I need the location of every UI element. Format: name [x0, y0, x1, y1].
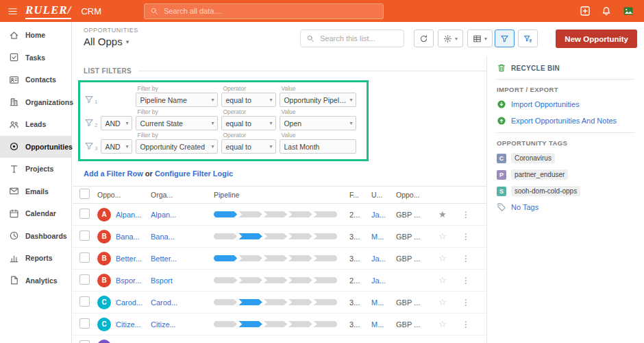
- columns-button[interactable]: ▾: [467, 29, 493, 47]
- organization-link[interactable]: Bsport: [151, 276, 173, 285]
- organization-link[interactable]: Citize...: [151, 320, 176, 329]
- filter-logic-select[interactable]: AND▾: [101, 116, 132, 130]
- row-menu-icon[interactable]: ⋮: [462, 276, 470, 285]
- view-selector[interactable]: All Opps ▾: [84, 36, 129, 47]
- column-header-value[interactable]: Oppo...: [396, 191, 438, 199]
- sidebar-item-dashboards[interactable]: Dashboards: [0, 225, 71, 248]
- sidebar-item-projects[interactable]: Projects: [0, 158, 71, 180]
- opportunity-link[interactable]: Better...: [116, 255, 142, 263]
- sidebar-item-tasks[interactable]: Tasks: [0, 47, 71, 69]
- row-checkbox[interactable]: [79, 252, 90, 263]
- sidebar-item-leads[interactable]: Leads: [0, 113, 71, 136]
- sidebar-item-calendar[interactable]: Calendar: [0, 202, 71, 225]
- filter-value-select[interactable]: Open▾: [280, 116, 356, 130]
- configure-filter-logic-link[interactable]: Configure Filter Logic: [155, 169, 233, 178]
- notifications-bell-icon[interactable]: [601, 5, 612, 16]
- row-checkbox[interactable]: [79, 296, 90, 307]
- user-link[interactable]: Ja...: [371, 255, 386, 263]
- opportunity-tag[interactable]: CCoronavirus: [497, 153, 634, 163]
- opportunity-link[interactable]: Carod...: [116, 298, 143, 307]
- filter-operator-select[interactable]: equal to▾: [221, 139, 276, 154]
- opportunity-tag[interactable]: Ppartner_enduser: [497, 169, 634, 180]
- row-menu-icon[interactable]: ⋮: [462, 320, 470, 329]
- sidebar-item-analytics[interactable]: Analytics: [0, 270, 71, 292]
- sidebar-item-home[interactable]: Home: [0, 24, 71, 47]
- saved-filters-button[interactable]: [518, 29, 538, 47]
- opportunity-link[interactable]: Alpan...: [116, 211, 141, 219]
- favorite-star-icon[interactable]: ☆: [438, 297, 447, 307]
- favorite-star-icon[interactable]: ☆: [438, 231, 447, 241]
- table-row: CCitize...Citize...3...M...GBP ...☆⋮: [73, 314, 486, 335]
- organization-link[interactable]: Better...: [151, 255, 177, 263]
- filter-field-select[interactable]: Pipeline Name▾: [136, 93, 218, 107]
- forecast-value: 3...: [349, 255, 371, 263]
- import-link-label: Import Opportunities: [511, 100, 580, 108]
- filter-button[interactable]: [495, 29, 515, 47]
- new-opportunity-button[interactable]: New Opportunity: [556, 29, 637, 48]
- quick-add-icon[interactable]: [580, 5, 591, 16]
- no-tags-link[interactable]: No Tags: [497, 202, 634, 212]
- global-search-input[interactable]: [162, 6, 377, 16]
- import-opportunities-link[interactable]: Import Opportunities: [497, 99, 634, 109]
- list-search-input[interactable]: [319, 34, 398, 43]
- row-checkbox[interactable]: [79, 318, 90, 329]
- organization-link[interactable]: Carod...: [151, 298, 177, 307]
- filter-value-select[interactable]: Opportunity Pipeline▾: [280, 93, 356, 107]
- filter-logic-select[interactable]: AND▾: [101, 139, 132, 154]
- record-avatar: C: [97, 318, 111, 331]
- user-link[interactable]: M...: [371, 233, 384, 241]
- tag-list: CCoronavirusPpartner_enduserSsooh-dom-co…: [497, 153, 634, 196]
- dashboards-icon: [9, 230, 19, 241]
- refresh-button[interactable]: [414, 29, 434, 47]
- filter-value-select[interactable]: Last Month: [280, 139, 356, 154]
- sidebar-item-contacts[interactable]: Contacts: [0, 69, 71, 91]
- favorite-star-icon[interactable]: ☆: [438, 253, 447, 263]
- filter-operator-select[interactable]: equal to▾: [221, 93, 276, 107]
- user-link[interactable]: Ja...: [371, 211, 386, 219]
- filter-field-select[interactable]: Opportunity Created▾: [136, 139, 218, 154]
- row-checkbox[interactable]: [79, 274, 90, 285]
- add-filter-row-link[interactable]: Add a Filter Row: [84, 169, 143, 178]
- row-checkbox[interactable]: [79, 209, 90, 219]
- row-checkbox[interactable]: [79, 340, 90, 343]
- caret-down-icon: ▾: [211, 143, 214, 150]
- opportunity-link[interactable]: Bana...: [116, 233, 140, 241]
- column-header-opportunity[interactable]: Oppo...: [97, 191, 151, 199]
- filter-field-select[interactable]: Current State▾: [136, 116, 218, 130]
- column-header-forecast[interactable]: F...: [349, 191, 371, 199]
- menu-icon[interactable]: [8, 6, 18, 16]
- recycle-bin-link[interactable]: RECYCLE BIN: [497, 63, 634, 73]
- column-header-pipeline[interactable]: Pipeline: [214, 191, 349, 199]
- organization-link[interactable]: Alpan...: [151, 211, 176, 219]
- select-all-checkbox[interactable]: [79, 189, 90, 199]
- user-link[interactable]: M...: [371, 320, 384, 329]
- sidebar-item-emails[interactable]: Emails: [0, 180, 71, 203]
- row-menu-icon[interactable]: ⋮: [462, 298, 470, 307]
- column-header-user[interactable]: U...: [371, 191, 396, 199]
- row-menu-icon[interactable]: ⋮: [462, 210, 470, 220]
- opportunity-value: GBP ...: [396, 211, 438, 219]
- opportunity-link[interactable]: Citize...: [116, 320, 141, 329]
- sidebar-item-opportunities[interactable]: Opportunities: [0, 136, 71, 158]
- opportunity-link[interactable]: Bspor...: [116, 276, 141, 285]
- favorite-star-icon[interactable]: ☆: [438, 319, 447, 329]
- column-header-organization[interactable]: Orga...: [151, 191, 214, 199]
- sidebar-item-organizations[interactable]: Organizations: [0, 91, 71, 114]
- row-menu-icon[interactable]: ⋮: [462, 254, 470, 263]
- filter-operator-select[interactable]: equal to▾: [221, 116, 276, 130]
- user-link[interactable]: M...: [371, 298, 384, 307]
- row-menu-icon[interactable]: ⋮: [462, 232, 470, 241]
- user-link[interactable]: Ja...: [371, 276, 386, 285]
- global-search[interactable]: [144, 3, 384, 19]
- row-checkbox[interactable]: [79, 230, 90, 241]
- favorite-star-icon[interactable]: ★: [438, 209, 447, 220]
- sidebar-item-reports[interactable]: Reports: [0, 247, 71, 270]
- export-opportunities-link[interactable]: Export Opportunities And Notes: [497, 116, 634, 126]
- settings-button[interactable]: ▾: [438, 29, 463, 47]
- organization-link[interactable]: Bana...: [151, 233, 175, 241]
- profile-image-icon[interactable]: [622, 5, 634, 16]
- favorite-star-icon[interactable]: ☆: [438, 275, 447, 285]
- list-search[interactable]: [300, 29, 404, 47]
- opportunity-tag[interactable]: Ssooh-dom-cold-opps: [497, 186, 634, 196]
- toolbar-buttons: ▾ ▾: [414, 29, 493, 47]
